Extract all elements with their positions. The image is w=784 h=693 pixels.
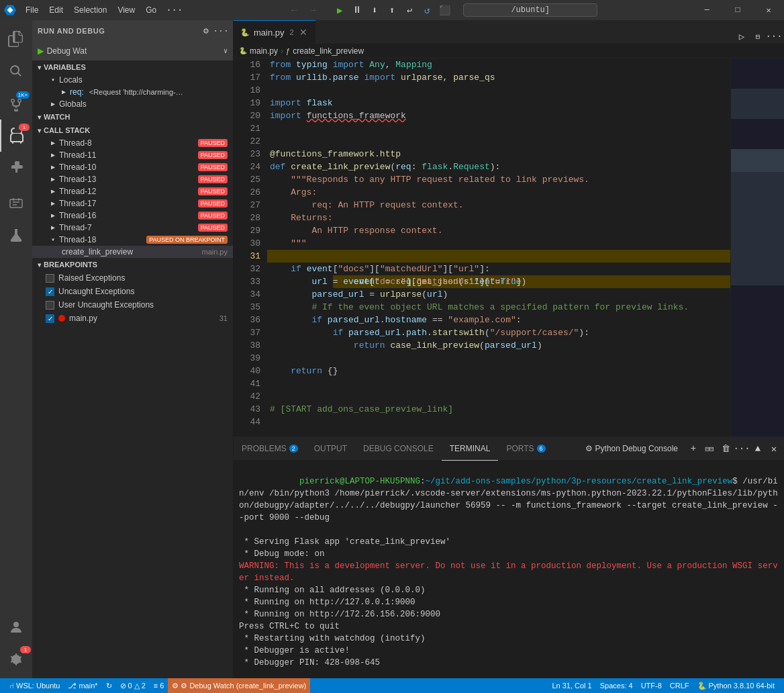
- thread-18-label: Thread-18: [59, 235, 144, 244]
- address-bar[interactable]: /ubuntu]: [463, 3, 597, 17]
- activity-source-control[interactable]: 1K+: [0, 87, 32, 120]
- status-debug-threads[interactable]: ≡ 6: [150, 678, 168, 693]
- tab-debug-console[interactable]: DEBUG CONSOLE: [355, 437, 442, 461]
- thread-18[interactable]: ▾ Thread-18 PAUSED ON BREAKPOINT: [32, 234, 233, 246]
- thread-10-status: PAUSED: [198, 163, 228, 171]
- activity-search[interactable]: [0, 55, 32, 87]
- maximize-panel-button[interactable]: ▲: [750, 441, 765, 456]
- debug-pause-button[interactable]: ⏸: [349, 2, 365, 18]
- status-errors[interactable]: ⊘ 0 △ 2: [116, 678, 150, 693]
- tab-terminal[interactable]: TERMINAL: [442, 437, 499, 461]
- thread-10[interactable]: ▶ Thread-10 PAUSED: [32, 161, 233, 173]
- main-py-breakpoint-checkbox[interactable]: ✓: [46, 314, 54, 323]
- terminal-content[interactable]: pierrick@LAPTOP-HKU5PNNG:~/git/add-ons-s…: [234, 461, 784, 678]
- status-sync[interactable]: ↻: [102, 678, 116, 693]
- call-stack-label: CALL STACK: [44, 126, 90, 134]
- status-wsl[interactable]: ⑁ WSL: Ubuntu: [5, 678, 64, 693]
- tab-problems[interactable]: PROBLEMS 2: [234, 437, 306, 461]
- minimize-button[interactable]: ─: [691, 0, 722, 20]
- maximize-button[interactable]: □: [722, 0, 753, 20]
- terminal-more-button[interactable]: ⊟⊟: [702, 441, 717, 456]
- breakpoints-section-header[interactable]: ▾ BREAKPOINTS: [32, 258, 233, 271]
- kill-terminal-button[interactable]: 🗑: [718, 441, 733, 456]
- back-button[interactable]: ←: [286, 2, 302, 18]
- debug-play-button[interactable]: ▶: [38, 44, 44, 58]
- activity-run-debug[interactable]: 1: [0, 120, 32, 152]
- menu-edit[interactable]: Edit: [44, 0, 68, 20]
- menu-file[interactable]: File: [20, 0, 44, 20]
- split-editor-button[interactable]: ⊟: [750, 29, 765, 44]
- more-actions-button[interactable]: ···: [214, 24, 228, 38]
- tab-close-button[interactable]: ✕: [298, 27, 309, 38]
- thread-11-status: PAUSED: [198, 151, 228, 159]
- debug-stop-button[interactable]: ⬛: [436, 2, 452, 18]
- status-python[interactable]: 🐍 Python 3.8.10 64-bit: [693, 678, 779, 693]
- thread-13-label: Thread-13: [59, 175, 195, 184]
- debug-continue-button[interactable]: ▶: [332, 2, 348, 18]
- thread-8[interactable]: ▶ Thread-8 PAUSED: [32, 137, 233, 149]
- term-line-2: * Serving Flask app 'create_link_preview…: [239, 536, 779, 548]
- menu-go[interactable]: Go: [140, 0, 162, 20]
- breadcrumb-file[interactable]: main.py: [250, 46, 278, 56]
- thread-7[interactable]: ▶ Thread-7 PAUSED: [32, 222, 233, 234]
- activity-testing[interactable]: [0, 219, 32, 251]
- raised-exceptions-checkbox[interactable]: [46, 274, 54, 283]
- tab-output[interactable]: OUTPUT: [306, 437, 355, 461]
- tab-ports[interactable]: PORTS 6: [498, 437, 553, 461]
- debug-step-out-button[interactable]: ↩: [401, 2, 418, 18]
- thread-13[interactable]: ▶ Thread-13 PAUSED: [32, 173, 233, 185]
- variables-section-header[interactable]: ▾ VARIABLES: [32, 60, 233, 74]
- thread-12[interactable]: ▶ Thread-12 PAUSED: [32, 185, 233, 197]
- debug-restart-button[interactable]: ↺: [419, 2, 435, 18]
- add-terminal-button[interactable]: +: [686, 441, 701, 456]
- active-stack-frame[interactable]: create_link_preview main.py: [32, 246, 233, 258]
- debug-step-into-button[interactable]: ⬆: [384, 2, 400, 18]
- globals-label: Globals: [59, 99, 87, 109]
- menu-view[interactable]: View: [112, 0, 140, 20]
- close-button[interactable]: ✕: [753, 0, 784, 20]
- thread-17[interactable]: ▶ Thread-17 PAUSED: [32, 197, 233, 210]
- activity-explorer[interactable]: [0, 23, 32, 55]
- more-editor-actions-button[interactable]: ···: [767, 29, 781, 44]
- user-uncaught-exceptions-checkbox[interactable]: [46, 301, 54, 310]
- thread-16[interactable]: ▶ Thread-16 PAUSED: [32, 210, 233, 222]
- locals-group[interactable]: ▾ Locals: [32, 74, 233, 86]
- menu-more[interactable]: ···: [162, 5, 187, 15]
- code-line-21: [267, 122, 730, 135]
- tab-ports-label: PORTS: [506, 444, 534, 453]
- watch-section-header[interactable]: ▾ WATCH: [32, 110, 233, 124]
- activity-extensions[interactable]: [0, 152, 32, 184]
- status-cursor[interactable]: Ln 31, Col 1: [548, 678, 595, 693]
- forward-button[interactable]: →: [305, 2, 321, 18]
- menu-selection[interactable]: Selection: [68, 0, 112, 20]
- main-py-breakpoint-label: main.py: [69, 314, 215, 323]
- settings-gear-button[interactable]: ⚙: [199, 24, 213, 38]
- breadcrumb-function[interactable]: create_link_preview: [293, 46, 364, 56]
- run-button[interactable]: ▷: [734, 29, 749, 44]
- code-content[interactable]: from typing import Any, Mapping from url…: [267, 58, 730, 436]
- breakpoint-raised-exceptions[interactable]: Raised Exceptions: [32, 271, 233, 285]
- req-variable[interactable]: ▶ req: <Request 'http://charming-tro...: [32, 86, 233, 98]
- ln-31-debug: 31: [250, 250, 260, 263]
- call-stack-section-header[interactable]: ▾ CALL STACK: [32, 124, 233, 137]
- term-line-ctrl: Press CTRL+C to quit: [239, 620, 779, 633]
- close-panel-button[interactable]: ✕: [767, 441, 781, 456]
- code-line-27: req: An HTTP request context.: [267, 199, 730, 212]
- activity-settings[interactable]: 1: [0, 643, 32, 676]
- tab-main-py[interactable]: 🐍 main.py 2 ✕: [234, 20, 316, 44]
- status-encoding[interactable]: UTF-8: [637, 678, 666, 693]
- status-spaces[interactable]: Spaces: 4: [596, 678, 637, 693]
- terminal-more-actions[interactable]: ···: [734, 441, 749, 456]
- breakpoint-main-py[interactable]: ✓ main.py 31: [32, 312, 233, 325]
- breakpoint-user-uncaught-exceptions[interactable]: User Uncaught Exceptions: [32, 298, 233, 312]
- globals-group[interactable]: ▶ Globals: [32, 98, 233, 110]
- status-debug-label[interactable]: ⚙ ⚙ Debug Watch (create_link_preview): [168, 678, 310, 693]
- thread-11[interactable]: ▶ Thread-11 PAUSED: [32, 149, 233, 161]
- uncaught-exceptions-checkbox[interactable]: ✓: [46, 287, 54, 296]
- status-branch[interactable]: ⎇ main*: [64, 678, 101, 693]
- activity-remote-explorer[interactable]: [0, 187, 32, 219]
- status-line-ending[interactable]: CRLF: [666, 678, 693, 693]
- breakpoint-uncaught-exceptions[interactable]: ✓ Uncaught Exceptions: [32, 285, 233, 298]
- activity-account[interactable]: [0, 611, 32, 643]
- debug-step-over-button[interactable]: ⬇: [366, 2, 383, 18]
